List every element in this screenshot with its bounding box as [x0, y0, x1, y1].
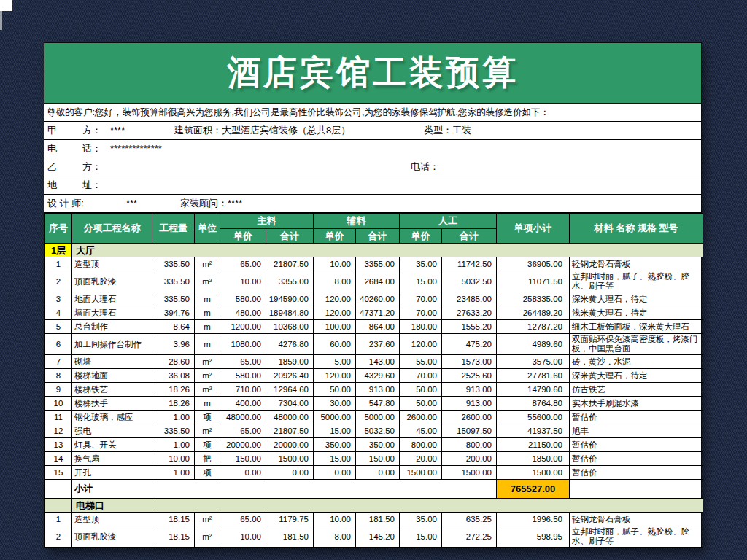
cell-quantity: 18.15	[152, 513, 195, 526]
cell-unit: m	[195, 292, 220, 306]
cell-unit: m²	[195, 355, 220, 369]
cell-aux-total: 143.00	[356, 355, 400, 369]
cell-unit: m	[195, 397, 220, 411]
cell-index: 2	[45, 271, 72, 292]
cell-labor-total: 2525.60	[442, 369, 497, 383]
cell-labor-total: 1500.00	[442, 466, 497, 480]
cell-unit: m²	[195, 383, 220, 397]
col-header-unit: 单位	[195, 214, 220, 244]
page-title: 酒店宾馆工装预算	[227, 50, 519, 96]
table-row: 14换气扇10.00把150.001500.0015.00150.0020.00…	[45, 452, 703, 466]
cell-item-subtotal: 264489.20	[497, 306, 570, 320]
cell-project-name: 地面大理石	[72, 292, 152, 306]
cell-main-total: 20000.00	[266, 438, 314, 452]
cell-quantity: 335.50	[152, 424, 195, 438]
cell-quantity: 28.60	[152, 355, 195, 369]
cell-project-name: 加工间操作台制作	[72, 334, 152, 355]
cell-labor-total: 1573.00	[442, 355, 497, 369]
address-char: 地	[47, 176, 57, 194]
col-header-material-spec: 材料 名称 规格 型号	[570, 214, 703, 244]
cell-project-name: 造型顶	[72, 513, 152, 526]
cell-quantity: 335.50	[152, 271, 195, 292]
cell-project-name: 造型顶	[72, 257, 152, 271]
cell-project-name: 换气扇	[72, 452, 152, 466]
table-row: 10楼梯扶手18.26m400.007304.0030.00547.8050.0…	[45, 397, 703, 411]
cell-index: 9	[45, 383, 72, 397]
cell-material-spec: 轻钢龙骨石膏板	[570, 513, 703, 526]
cell-unit: 项	[195, 466, 220, 480]
table-header-group-row: 序号 分项工程名称 工程量 单位 主料 辅料 人工 单项小计 材料 名称 规格 …	[45, 214, 703, 229]
budget-sheet: 酒店宾馆工装预算 尊敬的客户:您好，装饰预算部很高兴为您服务,我们公司是最高性价…	[44, 42, 702, 548]
cell-labor-price: 120.00	[400, 334, 442, 355]
cell-aux-price: 15.00	[314, 424, 356, 438]
cell-main-price: 1080.00	[220, 334, 266, 355]
cell-labor-price: 15.00	[400, 526, 442, 548]
cell-aux-price: 120.00	[314, 369, 356, 383]
cell-labor-total: 1555.20	[442, 320, 497, 334]
cell-index: 7	[45, 355, 72, 369]
cell-item-subtotal: 11071.50	[497, 271, 570, 292]
table-row: 9楼梯铁艺18.26m²710.0012964.6050.00913.0050.…	[45, 383, 703, 397]
cell-labor-total: 200.00	[442, 452, 497, 466]
cell-aux-price: 120.00	[314, 306, 356, 320]
cell-labor-total: 11742.50	[442, 257, 497, 271]
page-background: { "banner": { "title": "酒店宾馆工装预算" }, "gr…	[0, 0, 747, 560]
cell-quantity: 335.50	[152, 257, 195, 271]
cell-quantity: 335.50	[152, 292, 195, 306]
table-row: 6加工间操作台制作3.96m1080.004276.8060.00237.601…	[45, 334, 703, 355]
cell-material-spec: 细木工板饰面板，深米黄大理石	[570, 320, 703, 334]
page-corner-artifact	[0, 0, 12, 11]
party-b-phone-label: 电话：	[411, 158, 439, 176]
cell-labor-total: 2600.00	[442, 411, 497, 424]
table-row: 7砌墙28.60m²65.001859.005.00143.0055.00157…	[45, 355, 703, 369]
cell-index: 1	[45, 257, 72, 271]
cell-labor-price: 20.00	[400, 452, 442, 466]
col-header-labor-total: 合计	[442, 229, 497, 244]
cell-item-subtotal: 258335.00	[497, 292, 570, 306]
cell-index: 5	[45, 320, 72, 334]
cell-unit: m²	[195, 369, 220, 383]
phone-a-label: 话：	[82, 140, 101, 158]
budget-table: 序号 分项工程名称 工程量 单位 主料 辅料 人工 单项小计 材料 名称 规格 …	[44, 213, 703, 548]
building-area-text: 建筑面积：大型酒店宾馆装修（总共8层）	[174, 122, 350, 139]
cell-index: 15	[45, 466, 72, 480]
cell-item-subtotal: 41937.50	[497, 424, 570, 438]
cell-aux-total: 913.00	[356, 383, 400, 397]
cell-material-spec: 立邦时时丽，腻子、熟胶粉、胶水、刷子等	[570, 271, 703, 292]
cell-main-price: 10.00	[220, 271, 266, 292]
cell-item-subtotal: 1500.00	[497, 466, 570, 480]
cell-labor-price: 800.00	[400, 438, 442, 452]
cell-labor-total: 475.20	[442, 334, 497, 355]
info-row-designer: 设 计 师: *** 家装顾问：****	[44, 195, 701, 213]
cell-material-spec: 双面贴环保免漆高密度板，烤漆门板，中国黑台面	[570, 334, 703, 355]
cell-index: 6	[45, 334, 72, 355]
title-banner: 酒店宾馆工装预算	[44, 43, 701, 104]
cell-quantity: 1.00	[152, 438, 195, 452]
cell-aux-total: 40260.00	[356, 292, 400, 306]
cell-material-spec: 暂估价	[570, 411, 703, 424]
subtotal-row: 小计765527.00	[45, 480, 703, 499]
phone-a-char: 电	[47, 140, 57, 158]
cell-labor-price: 70.00	[400, 292, 442, 306]
floor-tag-cell	[45, 499, 72, 513]
cell-index: 10	[45, 397, 72, 411]
cell-index: 14	[45, 452, 72, 466]
party-b-label: 方：	[82, 158, 101, 176]
col-header-main-price: 单价	[220, 229, 266, 244]
cell-main-total: 10368.00	[266, 320, 314, 334]
cell-aux-price: 5.00	[314, 355, 356, 369]
cell-material-spec: 暂估价	[570, 452, 703, 466]
cell-labor-price: 50.00	[400, 397, 442, 411]
cell-main-price: 580.00	[220, 369, 266, 383]
col-group-aux-material: 辅料	[314, 214, 400, 229]
cell-aux-total: 4329.60	[356, 369, 400, 383]
cell-quantity: 8.64	[152, 320, 195, 334]
cell-unit: m²	[195, 513, 220, 526]
cell-labor-price: 1500.00	[400, 466, 442, 480]
cell-aux-total: 5000.00	[356, 411, 400, 424]
cell-item-subtotal: 598.95	[497, 526, 570, 548]
cell-unit: m²	[195, 257, 220, 271]
consultant-text: 家装顾问：****	[180, 195, 242, 212]
address-label: 址：	[82, 176, 101, 194]
cell-main-price: 20000.00	[220, 438, 266, 452]
